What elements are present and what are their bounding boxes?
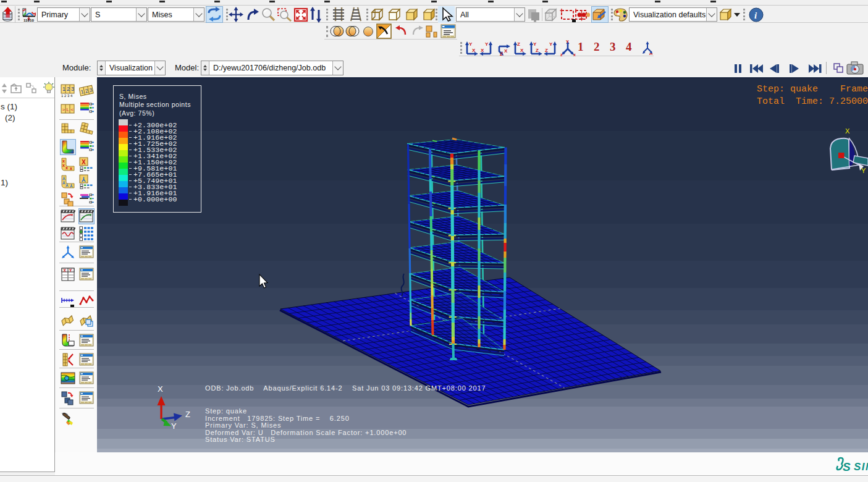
- svg-text:⅄: ⅄: [65, 183, 69, 187]
- svg-text:L: L: [67, 107, 70, 112]
- svg-text:Y: Y: [533, 41, 537, 47]
- svg-text:Y: Y: [469, 41, 473, 47]
- svg-text:Z: Z: [500, 51, 503, 56]
- svg-text:X: X: [472, 48, 476, 53]
- svg-text:2: 2: [67, 86, 70, 92]
- svg-text:z: z: [560, 53, 563, 56]
- svg-text:X: X: [504, 48, 508, 54]
- svg-text:Z: Z: [536, 48, 539, 53]
- svg-text:X: X: [481, 48, 484, 53]
- svg-text:X: X: [520, 48, 524, 53]
- svg-text:X: X: [845, 127, 850, 135]
- svg-text:1: 1: [62, 86, 65, 92]
- svg-text:>: >: [62, 107, 65, 112]
- svg-text:Y: Y: [861, 167, 866, 174]
- svg-text:Y: Y: [485, 41, 489, 47]
- svg-text:1 2 3 4: 1 2 3 4: [61, 94, 73, 98]
- svg-text:⅄: ⅄: [69, 184, 73, 188]
- svg-text:Y: Y: [566, 40, 569, 44]
- svg-text:x: x: [62, 163, 65, 167]
- svg-text:Y: Y: [549, 41, 553, 47]
- svg-text:⅄: ⅄: [81, 176, 86, 183]
- svg-text:x: x: [62, 159, 65, 163]
- svg-text:11010: 11010: [23, 18, 34, 22]
- svg-text:Z: Z: [545, 48, 548, 53]
- svg-text:Z: Z: [185, 410, 190, 419]
- svg-text:x: x: [65, 166, 68, 170]
- svg-text:X: X: [64, 268, 67, 273]
- svg-text:x: x: [573, 53, 576, 56]
- svg-text:Z: Z: [517, 41, 520, 47]
- svg-text:⅄: ⅄: [62, 176, 65, 180]
- svg-text:Y: Y: [69, 268, 72, 273]
- svg-text:3: 3: [71, 86, 74, 92]
- svg-text:Y: Y: [171, 421, 177, 431]
- svg-text:S: S: [843, 460, 851, 473]
- svg-text:<: <: [71, 107, 74, 112]
- svg-text:x: x: [70, 166, 72, 171]
- svg-text:X: X: [82, 159, 86, 166]
- svg-text:SIM: SIM: [854, 461, 868, 473]
- svg-text:X: X: [158, 384, 163, 394]
